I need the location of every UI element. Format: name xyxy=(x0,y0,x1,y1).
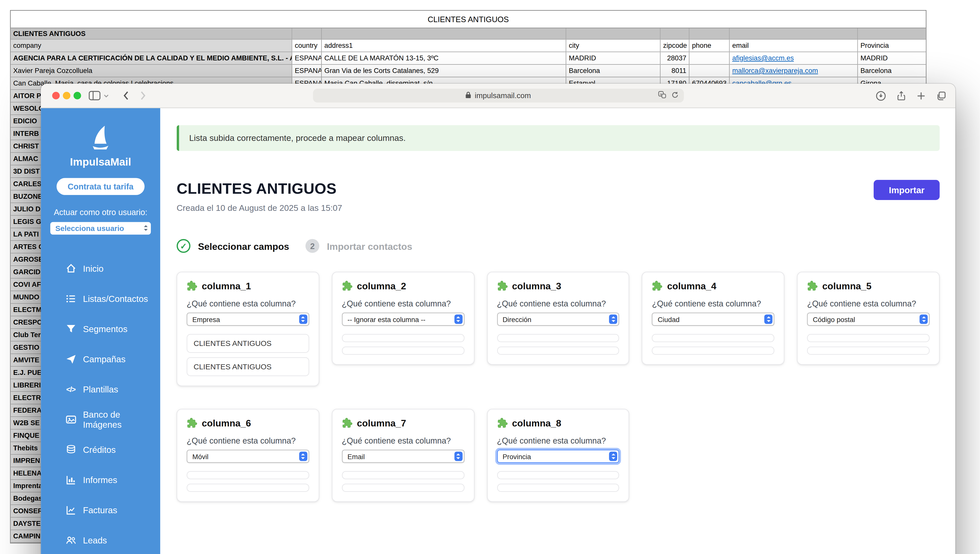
puzzle-icon xyxy=(187,281,197,291)
column-card-5: columna_5 ¿Qué contiene esta columna? Có… xyxy=(797,272,940,365)
wizard-steps: ✓ Seleccionar campos 2 Importar contacto… xyxy=(177,239,940,253)
sidebar-item-inicio[interactable]: Inicio xyxy=(41,254,161,284)
sidebar-item-informes[interactable]: Informes xyxy=(41,465,161,495)
page-title: CLIENTES ANTIGUOS xyxy=(177,180,342,198)
sidebar-item-segmentos[interactable]: Segmentos xyxy=(41,314,161,344)
sidebar-nav: Inicio Listas/Contactos Segmentos Campañ… xyxy=(41,254,161,554)
column-type-select[interactable]: -- Ignorar esta columna -- xyxy=(342,313,464,326)
sidebar-item-facturas[interactable]: Facturas xyxy=(41,495,161,525)
minimize-window-icon[interactable] xyxy=(63,92,70,99)
column-type-select-focused[interactable]: Provincia xyxy=(497,450,619,463)
zoom-window-icon[interactable] xyxy=(74,92,81,99)
preview-row: CLIENTES ANTIGUOS xyxy=(187,357,309,376)
cell-company: AGENCIA PARA LA CERTIFICACIÓN DE LA CALI… xyxy=(11,52,293,65)
preview-row xyxy=(497,471,619,479)
column-question: ¿Qué contiene esta columna? xyxy=(342,436,464,445)
preview-row xyxy=(497,334,619,342)
browser-titlebar: impulsamail.com a xyxy=(41,84,956,109)
sidebar-item-banco-imagenes[interactable]: Banco de Imágenes xyxy=(41,405,161,435)
coins-icon xyxy=(65,444,77,456)
reload-icon[interactable] xyxy=(671,91,679,101)
cell-city: Barcelona xyxy=(566,65,661,78)
select-stepper-icon xyxy=(920,315,928,324)
url-text: impulsamail.com xyxy=(475,91,531,100)
select-value: Código postal xyxy=(813,316,855,323)
column-card-6: columna_6 ¿Qué contiene esta columna? Mó… xyxy=(177,409,319,502)
preview-row xyxy=(497,347,619,355)
select-stepper-icon xyxy=(299,315,307,324)
url-bar[interactable]: impulsamail.com a xyxy=(313,89,684,103)
column-card-title: columna_3 xyxy=(512,281,561,291)
column-type-select[interactable]: Email xyxy=(342,450,464,463)
cell-address: CALLE DE LA MARATÓN 13-15, 3ºC xyxy=(322,52,566,65)
translate-icon[interactable]: a xyxy=(658,91,666,101)
sheet-title: CLIENTES ANTIGUOS xyxy=(11,11,926,29)
preview-row xyxy=(807,347,929,355)
back-icon[interactable] xyxy=(123,91,129,101)
forward-icon[interactable] xyxy=(140,91,146,101)
column-type-select[interactable]: Dirección xyxy=(497,313,619,326)
step-check-icon: ✓ xyxy=(177,239,191,253)
close-window-icon[interactable] xyxy=(52,92,60,99)
user-select[interactable]: Selecciona usuario xyxy=(50,222,151,235)
select-stepper-icon xyxy=(142,224,150,233)
column-card-title: columna_4 xyxy=(667,281,716,291)
window-controls xyxy=(52,92,81,99)
chevron-down-icon[interactable] xyxy=(104,94,109,97)
step-2-label: Importar contactos xyxy=(327,241,412,251)
cell-zipcode: 8011 xyxy=(661,65,690,78)
sidebar-item-listas-contactos[interactable]: Listas/Contactos xyxy=(41,284,161,314)
sidebar-item-leads[interactable]: Leads xyxy=(41,525,161,554)
sheet-header-row: company country address1 city zipcode ph… xyxy=(11,40,926,52)
preview-row xyxy=(342,471,464,479)
main-content: Lista subida correctamente, procede a ma… xyxy=(161,108,956,554)
column-type-select[interactable]: Código postal xyxy=(807,313,929,326)
column-type-select[interactable]: Móvil xyxy=(187,450,309,463)
select-value: Email xyxy=(347,453,365,460)
preview-row xyxy=(187,471,309,479)
cell-company: Xavier Pareja Cozcolluela xyxy=(11,65,293,78)
cell-zipcode: 28037 xyxy=(661,52,690,65)
column-mapping-grid: columna_1 ¿Qué contiene esta columna? Em… xyxy=(177,272,940,502)
puzzle-icon xyxy=(342,418,353,428)
column-type-select[interactable]: Ciudad xyxy=(652,313,774,326)
sidebar-item-plantillas[interactable]: </> Plantillas xyxy=(41,374,161,405)
step-2-number: 2 xyxy=(305,239,319,253)
cell-email-link: afiglesias@accm.es xyxy=(730,52,858,65)
brand-name: ImpulsaMail xyxy=(41,156,161,169)
cell-country: ESPANA xyxy=(293,65,322,78)
column-type-select[interactable]: Empresa xyxy=(187,313,309,326)
puzzle-icon xyxy=(497,281,508,291)
sidebar-toggle-icon[interactable] xyxy=(89,91,101,101)
column-card-title: columna_6 xyxy=(202,418,251,428)
select-stepper-icon xyxy=(454,452,462,461)
sheet-data-row: Xavier Pareja Cozcolluela ESPANA Gran Vi… xyxy=(11,65,926,78)
column-header: company xyxy=(11,40,293,52)
column-question: ¿Qué contiene esta columna? xyxy=(807,299,929,308)
column-card-1: columna_1 ¿Qué contiene esta columna? Em… xyxy=(177,272,319,386)
new-tab-icon[interactable] xyxy=(916,91,926,101)
screen: CLIENTES ANTIGUOS CLIENTES ANTIGUOS comp… xyxy=(0,0,980,554)
sidebar-item-campanas[interactable]: Campañas xyxy=(41,344,161,374)
sidebar-item-creditos[interactable]: Créditos xyxy=(41,435,161,465)
browser-window: impulsamail.com a xyxy=(41,84,956,554)
puzzle-icon xyxy=(807,281,818,291)
invoice-chart-icon xyxy=(65,504,77,516)
preview-row xyxy=(497,484,619,492)
column-question: ¿Qué contiene esta columna? xyxy=(652,299,774,308)
puzzle-icon xyxy=(652,281,663,291)
select-stepper-icon xyxy=(454,315,462,324)
tab-overview-icon[interactable] xyxy=(936,90,947,101)
column-card-8: columna_8 ¿Qué contiene esta columna? Pr… xyxy=(487,409,629,502)
lock-icon xyxy=(465,91,472,101)
step-1-label: Seleccionar campos xyxy=(198,241,290,251)
contrata-tarifa-button[interactable]: Contrata tu tarifa xyxy=(56,178,145,195)
home-icon xyxy=(65,263,77,275)
share-icon[interactable] xyxy=(896,90,906,101)
select-value: Dirección xyxy=(503,316,531,323)
preview-row xyxy=(342,484,464,492)
select-value: -- Ignorar esta columna -- xyxy=(347,316,425,323)
downloads-icon[interactable] xyxy=(876,90,886,101)
importar-button[interactable]: Importar xyxy=(874,180,940,200)
code-icon: </> xyxy=(65,383,77,396)
